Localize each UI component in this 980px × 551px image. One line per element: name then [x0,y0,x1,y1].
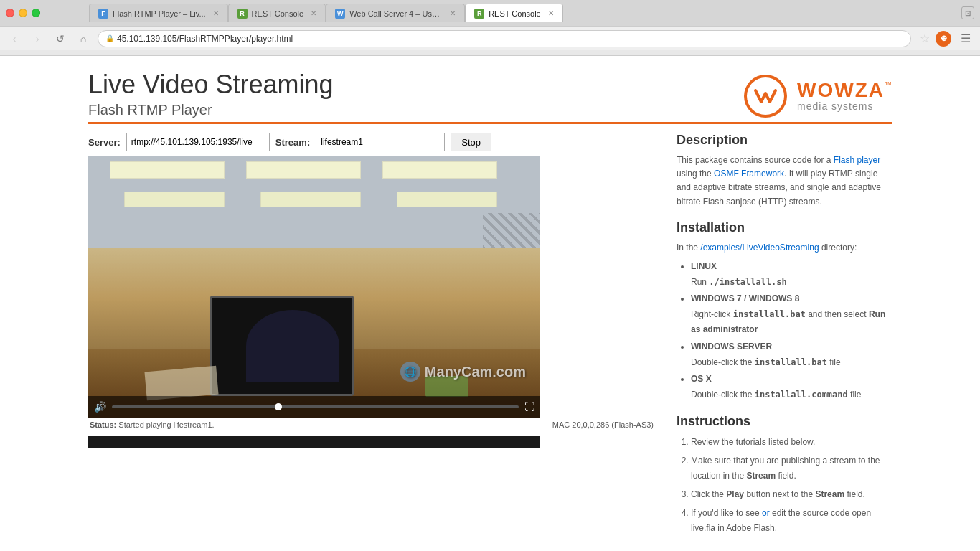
installation-intro: In the /examples/LiveVideoStreaming dire… [677,241,892,255]
page-subtitle: Flash RTMP Player [88,102,334,118]
ceiling-lights [88,156,540,248]
tab-3-close[interactable]: ✕ [450,9,456,17]
status-label: Status: [90,420,116,429]
wowza-logo: WOWZA ™ media systems [743,73,892,119]
flash-version: MAC 20,0,0,286 (Flash-AS3) [552,420,654,429]
watermark: 🌐 ManyCam.com [400,362,526,382]
server-input[interactable] [126,133,270,151]
home-button[interactable]: ⌂ [75,30,92,47]
tab-3-label: Web Call Server 4 – User G... [349,9,443,18]
tab-4-label: REST Console [489,9,541,18]
flash-link[interactable]: Flash player [834,155,880,165]
wowza-brand: WOWZA [797,80,885,100]
minimize-button[interactable] [19,9,27,17]
fullscreen-icon[interactable]: ⛶ [524,401,534,413]
browser-chrome: F Flash RTMP Player – Liv... ✕ R REST Co… [0,0,980,56]
main-layout: Server: Stream: Stop [88,133,892,540]
left-column: Server: Stream: Stop [88,133,677,540]
reload-button[interactable]: ↺ [52,30,69,47]
status-value: Started playing lifestream1. [118,420,214,429]
bookmark-icon[interactable]: ☆ [920,32,930,45]
video-progress[interactable] [112,405,519,408]
back-button[interactable]: ‹ [6,30,23,47]
instruction-3: Click the Play button next to the Stream… [691,487,892,503]
stream-bold-2: Stream [815,489,844,499]
wowza-sub: media systems [797,100,892,112]
tab-1[interactable]: F Flash RTMP Player – Liv... ✕ [89,4,228,22]
installation-title: Installation [677,220,892,235]
watermark-text: ManyCam.com [425,364,526,380]
video-controls-bar: 🔊 ⛶ [88,396,540,418]
playback-bar [88,436,540,448]
instructions-list: Review the tutorials listed below. Make … [677,435,892,537]
stream-input[interactable] [316,133,445,151]
tab-2[interactable]: R REST Console ✕ [228,4,326,22]
osmf-link[interactable]: OSMF Framework [714,169,784,179]
resize-button[interactable]: ⊡ [961,6,974,19]
wowza-trademark: ™ [885,80,892,88]
traffic-lights [6,9,40,17]
close-button[interactable] [6,9,14,17]
install-item-linux: LINUX Run ./installall.sh [691,259,892,290]
description-title: Description [677,133,892,148]
url-bar[interactable]: 🔒 45.101.139.105/FlashRTMPPlayer/player.… [98,30,911,47]
osx-code: installall.command [755,390,848,400]
description-text: This package contains source code for a … [677,154,892,209]
page-header-text: Live Video Streaming Flash RTMP Player [88,70,334,118]
lock-icon: 🔒 [105,34,114,42]
win78-code: installall.bat [733,309,806,319]
play-bold: Play [726,489,744,499]
osx-label: OS X [691,374,712,384]
see-link[interactable]: or [762,508,770,518]
url-text: 45.101.139.105/FlashRTMPPlayer/player.ht… [117,34,293,44]
examples-link[interactable]: /examples/LiveVideoStreaming [700,242,819,253]
office-scene [88,248,540,418]
linux-label: LINUX [691,261,717,271]
video-status-bar: Status: Started playing lifestream1. MAC… [88,418,655,432]
wowza-text-area: WOWZA ™ media systems [797,80,892,112]
instruction-4: If you'd like to see or edit the source … [691,506,892,537]
tab-1-close[interactable]: ✕ [213,9,219,17]
instruction-2: Make sure that you are publishing a stre… [691,453,892,484]
menu-button[interactable]: ☰ [957,30,974,47]
extension-icon[interactable]: ⊕ [936,31,951,47]
stream-bold: Stream [746,471,776,481]
tab-4-close[interactable]: ✕ [548,9,554,17]
install-item-osx: OS X Double-click the installall.command… [691,372,892,402]
status-text: Status: Started playing lifestream1. [90,420,215,429]
winserver-label: WINDOWS SERVER [691,342,772,352]
install-list: LINUX Run ./installall.sh WINDOWS 7 / WI… [677,259,892,402]
omnibar-row: ‹ › ↺ ⌂ 🔒 45.101.139.105/FlashRTMPPlayer… [0,26,980,50]
video-background: 🌐 ManyCam.com [88,156,540,418]
tab-bar: F Flash RTMP Player – Liv... ✕ R REST Co… [46,1,953,22]
tab-4[interactable]: R REST Console ✕ [465,4,563,22]
page-title: Live Video Streaming [88,70,334,99]
install-item-winserver: WINDOWS SERVER Double-click the installa… [691,339,892,370]
linux-code: ./installall.sh [709,277,786,287]
orange-separator [88,122,892,124]
winserver-code: installall.bat [755,357,827,367]
win78-label: WINDOWS 7 / WINDOWS 8 [691,293,799,303]
volume-icon[interactable]: 🔊 [94,401,106,413]
install-item-win78: WINDOWS 7 / WINDOWS 8 Right-click instal… [691,291,892,338]
page-content: Live Video Streaming Flash RTMP Player W… [0,56,980,551]
tab-1-label: Flash RTMP Player – Liv... [113,9,206,18]
instructions-title: Instructions [677,414,892,429]
right-column: Description This package contains source… [677,133,892,540]
video-player: 🌐 ManyCam.com 🔊 ⛶ [88,156,540,418]
instruction-1: Review the tutorials listed below. [691,435,892,451]
tab-3[interactable]: W Web Call Server 4 – User G... ✕ [326,4,465,22]
player-controls: Server: Stream: Stop [88,133,655,151]
server-label: Server: [88,137,121,148]
title-bar: F Flash RTMP Player – Liv... ✕ R REST Co… [0,0,980,26]
tab-2-close[interactable]: ✕ [311,9,316,17]
progress-dot[interactable] [275,403,282,410]
watermark-icon: 🌐 [400,362,420,382]
stream-label: Stream: [275,137,310,148]
tab-2-label: REST Console [252,9,304,18]
forward-button[interactable]: › [29,30,46,47]
maximize-button[interactable] [32,9,40,17]
stop-button[interactable]: Stop [451,133,491,151]
wowza-icon [743,73,788,119]
